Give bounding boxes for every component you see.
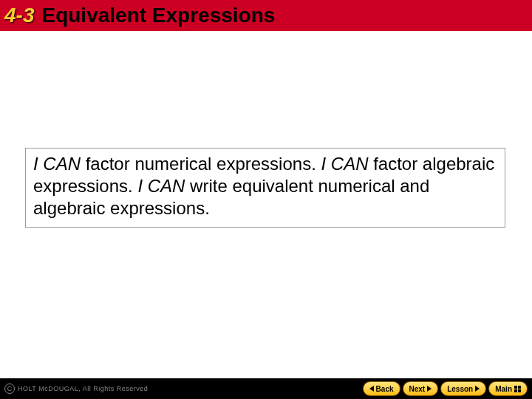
lesson-label: Lesson	[447, 385, 473, 393]
back-button[interactable]: Back	[363, 381, 400, 396]
back-label: Back	[376, 385, 394, 393]
copyright-icon: C	[4, 383, 15, 394]
nav-buttons: Back Next Lesson Main	[363, 381, 528, 396]
main-button[interactable]: Main	[488, 381, 528, 396]
next-button[interactable]: Next	[403, 381, 439, 396]
ican-emphasis: I CAN	[321, 154, 368, 174]
lesson-button[interactable]: Lesson	[440, 381, 486, 396]
main-label: Main	[495, 385, 512, 393]
grid-icon	[514, 386, 521, 392]
slide-footer: C HOLT McDOUGAL, All Rights Reserved Bac…	[0, 378, 532, 399]
section-title: Equivalent Expressions	[41, 4, 275, 27]
copyright-text: HOLT McDOUGAL, All Rights Reserved	[18, 385, 148, 392]
objectives-text: I CAN factor numerical expressions. I CA…	[33, 153, 497, 219]
ican-emphasis: I CAN	[33, 154, 81, 174]
arrow-right-icon	[475, 386, 480, 392]
section-number: 4-3	[4, 4, 34, 27]
slide-header: 4-3 Equivalent Expressions	[0, 0, 532, 31]
ican-emphasis: I CAN	[137, 176, 185, 196]
arrow-right-icon	[427, 386, 432, 392]
objective-part-1: factor numerical expressions.	[81, 154, 321, 174]
arrow-left-icon	[369, 386, 374, 392]
next-label: Next	[409, 385, 426, 393]
copyright: C HOLT McDOUGAL, All Rights Reserved	[4, 383, 148, 394]
content-box: I CAN factor numerical expressions. I CA…	[25, 148, 505, 228]
